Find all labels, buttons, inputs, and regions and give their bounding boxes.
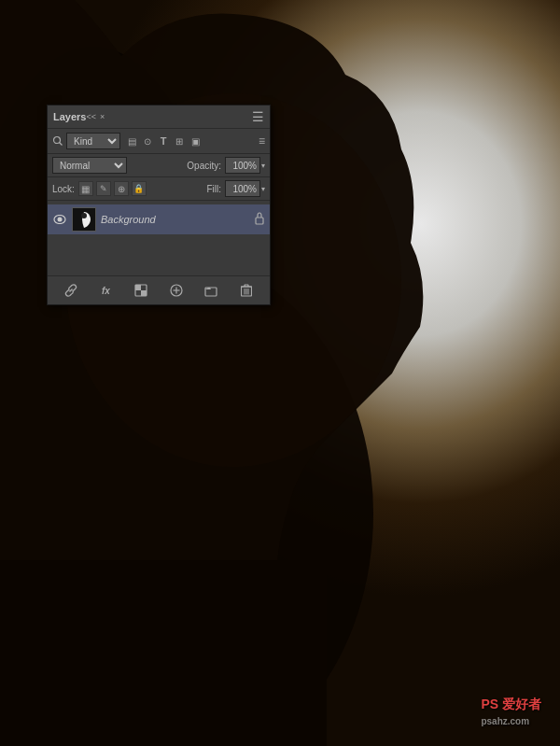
panel-menu-button[interactable]: ☰ (252, 109, 264, 124)
lock-row: Lock: ▦ ✎ ⊕ 🔒 Fill: ▾ (48, 177, 270, 201)
lock-label: Lock: (52, 184, 75, 194)
svg-rect-13 (135, 285, 141, 290)
opacity-arrow-icon[interactable]: ▾ (261, 162, 265, 170)
svg-rect-14 (141, 290, 147, 296)
blend-mode-select[interactable]: Normal (52, 157, 127, 174)
fill-label: Fill: (206, 184, 221, 194)
layers-panel: Layers << × ☰ Kind ▤ ⊙ T ⊞ ▣ ≡ Normal (47, 105, 271, 305)
fill-input[interactable] (225, 180, 260, 197)
svg-line-11 (69, 289, 72, 292)
svg-line-5 (60, 143, 63, 146)
layer-name: Background (101, 214, 249, 225)
smart-filter-icon[interactable]: ▣ (189, 134, 202, 148)
lock-icons: ▦ ✎ ⊕ 🔒 (78, 181, 147, 196)
new-layer-button[interactable] (167, 281, 186, 300)
opacity-label: Opacity: (187, 161, 221, 171)
layer-thumbnail (72, 207, 96, 232)
panel-title-bar: Layers << × ☰ (48, 106, 270, 129)
adjustment-filter-icon[interactable]: ⊙ (141, 134, 154, 148)
watermark-text: PS 爱好者 (481, 697, 541, 711)
layers-bottom-toolbar: fx (48, 275, 270, 304)
watermark: PS 爱好者 psahz.com (481, 697, 541, 727)
delete-layer-button[interactable] (237, 281, 256, 300)
new-fill-layer-button[interactable] (132, 281, 150, 300)
title-controls: << × (86, 112, 105, 121)
layer-item-background[interactable]: Background (48, 204, 270, 234)
opacity-input[interactable] (225, 157, 260, 174)
kind-select[interactable]: Kind (66, 133, 120, 149)
layers-list: Background (48, 201, 270, 275)
panel-title: Layers (53, 111, 86, 122)
svg-point-4 (54, 137, 61, 144)
watermark-url: psahz.com (481, 716, 529, 726)
layer-lock-icon (254, 212, 265, 228)
close-button[interactable]: × (100, 112, 105, 121)
search-icon (52, 135, 63, 147)
fill-arrow-icon[interactable]: ▾ (261, 185, 265, 193)
lock-all-icon[interactable]: 🔒 (132, 181, 147, 196)
svg-rect-2 (0, 560, 327, 746)
layer-visibility-toggle[interactable] (52, 212, 67, 227)
blend-row: Normal Opacity: ▾ (48, 154, 270, 177)
collapse-button[interactable]: << (86, 112, 96, 121)
type-filter-icon[interactable]: T (157, 134, 170, 148)
kind-icons: ▤ ⊙ T ⊞ ▣ (125, 134, 202, 148)
pixel-filter-icon[interactable]: ▤ (125, 134, 138, 148)
new-group-button[interactable] (202, 281, 220, 300)
lock-artboard-icon[interactable]: ⊕ (114, 181, 129, 196)
svg-point-7 (58, 218, 63, 222)
link-layers-button[interactable] (62, 281, 80, 300)
shape-filter-icon[interactable]: ⊞ (173, 134, 186, 148)
lock-position-icon[interactable]: ✎ (96, 181, 111, 196)
lock-pixels-icon[interactable]: ▦ (78, 181, 93, 196)
layer-effects-button[interactable]: fx (96, 281, 115, 300)
kind-row-menu[interactable]: ≡ (259, 134, 265, 148)
svg-point-9 (81, 213, 87, 218)
kind-row: Kind ▤ ⊙ T ⊞ ▣ ≡ (48, 129, 270, 154)
svg-rect-10 (256, 218, 263, 224)
